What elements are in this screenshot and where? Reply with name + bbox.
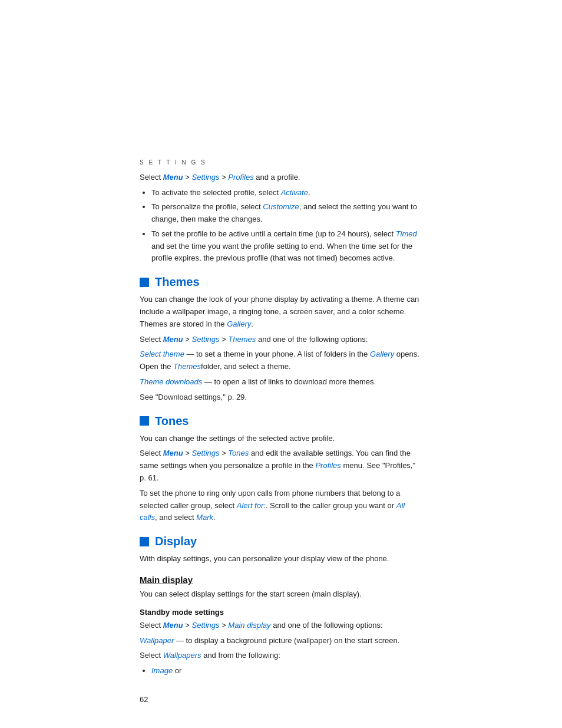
standby-settings-link: Settings [192, 621, 220, 630]
select-theme-link: Select theme [140, 350, 184, 358]
standby-menu-link: Menu [163, 621, 183, 630]
alert-for-link: Alert for: [237, 501, 266, 510]
themes-body1: You can change the look of your phone di… [140, 294, 422, 330]
image-link: Image [151, 666, 173, 675]
tones-body1: You can change the settings of the selec… [140, 433, 422, 445]
intro-paragraph: Select Menu > Settings > Profiles and a … [140, 172, 422, 183]
customize-link: Customize [263, 202, 299, 211]
themes-select-line: Select Menu > Settings > Themes and one … [140, 334, 422, 346]
tones-menu-link: Menu [163, 449, 183, 457]
display-body1: With display settings, you can personali… [140, 553, 422, 565]
intro-menu: Menu [163, 173, 183, 182]
bullet-customize: To personalize the profile, select Custo… [151, 201, 422, 226]
themes-settings-link: Settings [192, 335, 220, 344]
standby-sub-bullets: Image or [151, 665, 422, 677]
sub-bullet-image: Image or [151, 665, 422, 677]
standby-main-display-link: Main display [228, 621, 270, 630]
intro-settings: Settings [192, 173, 220, 182]
tones-body2: Select Menu > Settings > Tones and edit … [140, 447, 422, 484]
tones-square-icon [140, 416, 149, 426]
theme-downloads-link: Theme downloads [140, 377, 202, 386]
intro-profiles: Profiles [228, 173, 253, 182]
themes-option1: Select theme — to set a theme in your ph… [140, 348, 422, 373]
tones-body3: To set the phone to ring only upon calls… [140, 487, 422, 524]
activate-link: Activate [281, 188, 308, 197]
main-display-body1: You can select display settings for the … [140, 588, 422, 601]
intro-bullets: To activate the selected profile, select… [151, 187, 422, 265]
tones-tones-link: Tones [228, 449, 249, 457]
themes-heading-container: Themes [140, 275, 422, 289]
themes-square-icon [140, 278, 149, 287]
themes-gallery-link: Gallery [227, 319, 251, 328]
themes-menu-link: Menu [163, 335, 183, 344]
standby-body1: Select Menu > Settings > Main display an… [140, 620, 422, 632]
tones-heading-container: Tones [140, 414, 422, 428]
themes-download-settings: See "Download settings," p. 29. [140, 391, 422, 404]
display-square-icon [140, 537, 149, 546]
themes-title: Themes [155, 275, 200, 289]
main-display-heading: Main display [140, 575, 422, 585]
standby-mode-heading: Standby mode settings [140, 608, 422, 617]
wallpapers-link: Wallpapers [163, 651, 201, 660]
themes-themes-link: Themes [228, 335, 256, 344]
tones-title: Tones [155, 414, 189, 428]
standby-wallpaper-option: Wallpaper — to display a background pict… [140, 635, 422, 647]
themes-option2: Theme downloads — to open a list of link… [140, 376, 422, 388]
timed-link: Timed [396, 229, 417, 238]
page-number: 62 [140, 695, 422, 704]
tones-profiles-link: Profiles [315, 461, 340, 470]
display-heading-container: Display [140, 535, 422, 548]
display-title: Display [155, 535, 197, 548]
themes-gallery2-link: Gallery [370, 350, 394, 358]
tones-settings-link: Settings [192, 449, 220, 457]
themes-folder-link: Themes [173, 362, 201, 371]
bullet-timed: To set the profile to be active until a … [151, 228, 422, 265]
bullet-activate: To activate the selected profile, select… [151, 187, 422, 199]
mark-link: Mark [196, 513, 213, 522]
wallpaper-link: Wallpaper [140, 636, 174, 645]
intro-line1-after: and a profile. [254, 173, 300, 182]
settings-label: S e t t i n g s [140, 159, 422, 166]
standby-select-wallpapers: Select Wallpapers and from the following… [140, 650, 422, 662]
